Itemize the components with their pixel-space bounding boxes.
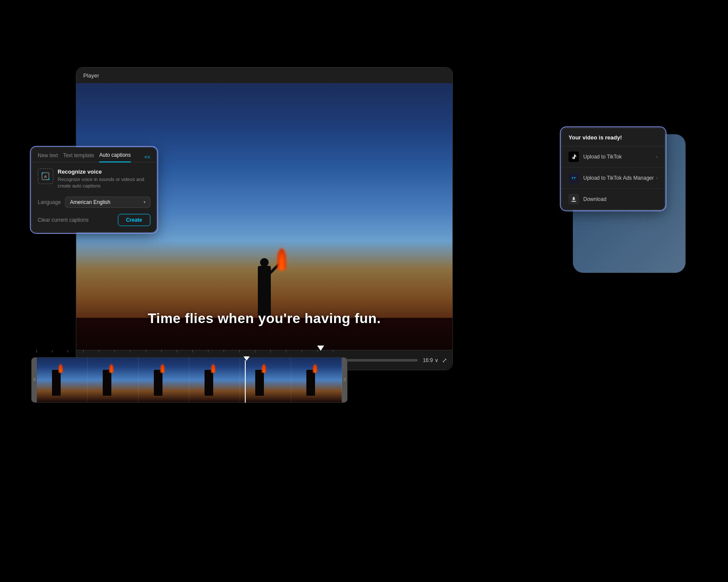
recognize-voice-icon: A: [38, 168, 53, 184]
timeline-ruler: [36, 350, 348, 356]
chevron-right-icon: ›: [656, 175, 658, 181]
download-item[interactable]: Download: [562, 189, 665, 210]
clear-captions-button[interactable]: Clear current captions: [38, 217, 88, 223]
strip-frame: [291, 358, 342, 402]
ready-panel-title: Your video is ready!: [562, 128, 665, 146]
flame-effect: [277, 249, 286, 270]
tab-text-template[interactable]: Text template: [63, 152, 94, 162]
upload-tiktok-ads-left: TT Upload to TikTok Ads Manager: [569, 173, 654, 183]
strip-frame: [189, 358, 240, 402]
video-caption: Time flies when you're having fun.: [76, 310, 452, 327]
tiktok-ads-icon: TT: [569, 173, 579, 183]
upload-tiktok-ads-label: Upload to TikTok Ads Manager: [583, 175, 654, 181]
auto-captions-panel: New text Text template Auto captions << …: [31, 147, 157, 233]
fullscreen-icon[interactable]: ⤢: [442, 357, 447, 364]
download-icon: [569, 194, 579, 204]
language-row: Language American English ▾: [38, 197, 150, 208]
panel-tabs: New text Text template Auto captions <<: [32, 148, 156, 162]
language-value: American English: [70, 199, 110, 205]
figure-head: [260, 258, 269, 267]
recognize-text: Recognize voice Recognize voice in sound…: [58, 168, 150, 190]
recognize-description: Recognize voice in sounds or videos and …: [58, 176, 150, 190]
strip-frame: [88, 358, 138, 402]
strip-handle-left[interactable]: ⠿: [32, 358, 37, 402]
panel-actions: Clear current captions Create: [38, 214, 150, 226]
strip-playhead-line: [245, 360, 246, 403]
create-button[interactable]: Create: [118, 214, 150, 226]
language-label: Language: [38, 199, 61, 205]
video-ready-panel: Your video is ready! Upload to TikTok › …: [561, 128, 665, 210]
recognize-title: Recognize voice: [58, 168, 150, 175]
strip-frames: [37, 358, 342, 402]
upload-tiktok-ads-item[interactable]: TT Upload to TikTok Ads Manager ›: [562, 168, 665, 189]
strip-frame: [139, 358, 189, 402]
chevron-down-icon: ▾: [143, 200, 146, 204]
upload-tiktok-label: Upload to TikTok: [583, 154, 622, 160]
tab-new-text[interactable]: New text: [38, 152, 58, 162]
timeline-strip[interactable]: ⠿ ⠿: [31, 357, 348, 403]
strip-frame: [37, 358, 88, 402]
download-left: Download: [569, 194, 606, 204]
player-titlebar: Player: [76, 68, 452, 83]
recognize-section: A Recognize voice Recognize voice in sou…: [38, 168, 150, 190]
tab-auto-captions[interactable]: Auto captions: [99, 152, 131, 162]
language-select[interactable]: American English ▾: [65, 197, 150, 208]
upload-tiktok-left: Upload to TikTok: [569, 152, 622, 162]
panel-arrows[interactable]: <<: [144, 154, 150, 160]
upload-tiktok-item[interactable]: Upload to TikTok ›: [562, 146, 665, 168]
strip-frame: [240, 358, 291, 402]
chevron-right-icon: ›: [656, 154, 658, 160]
panel-body: A Recognize voice Recognize voice in sou…: [32, 162, 156, 232]
player-title: Player: [83, 72, 99, 79]
svg-text:A: A: [44, 175, 47, 179]
tiktok-icon: [569, 152, 579, 162]
aspect-ratio-label[interactable]: 16:9 ∨: [423, 357, 439, 363]
strip-handle-right[interactable]: ⠿: [342, 358, 347, 402]
download-label: Download: [583, 196, 606, 202]
